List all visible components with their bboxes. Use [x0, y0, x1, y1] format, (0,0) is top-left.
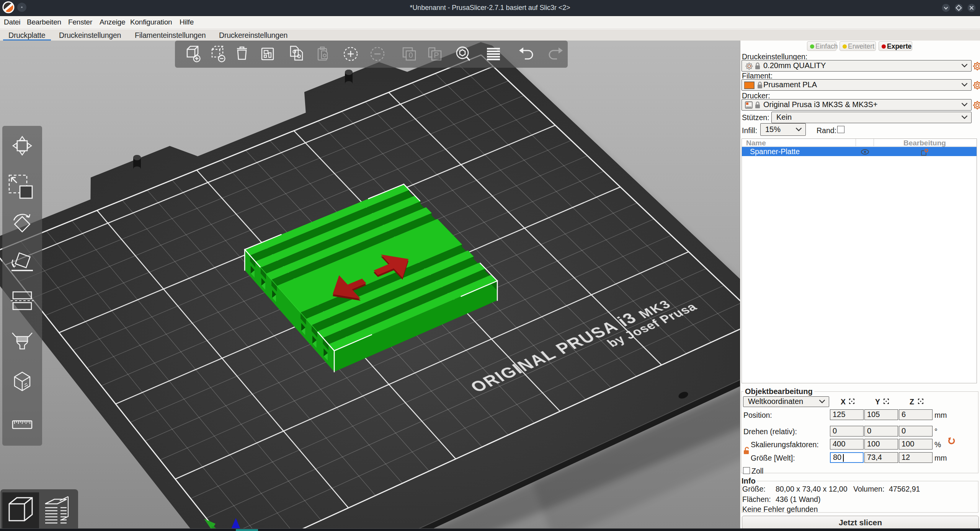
- svg-text:0: 0: [408, 51, 413, 59]
- svg-text:P: P: [434, 51, 439, 59]
